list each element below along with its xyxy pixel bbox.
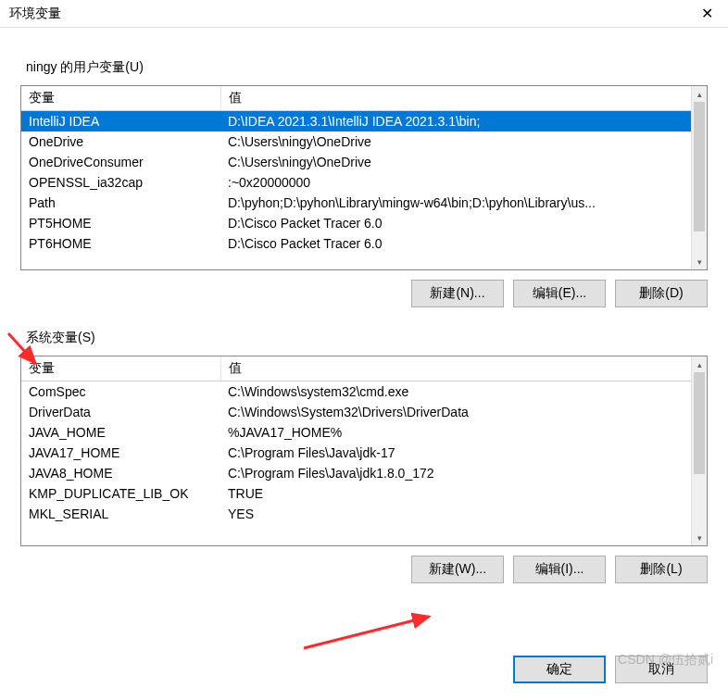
var-value-cell: TRUE — [220, 483, 707, 504]
col-header-variable[interactable]: 变量 — [21, 86, 220, 111]
user-delete-button[interactable]: 删除(D) — [615, 280, 708, 307]
system-variables-list[interactable]: 变量 值 ComSpecC:\Windows\system32\cmd.exeD… — [20, 356, 708, 546]
title-bar: 环境变量 ✕ — [0, 0, 728, 28]
var-name-cell: PT5HOME — [21, 213, 220, 233]
col-header-value[interactable]: 值 — [220, 86, 707, 111]
table-row[interactable]: JAVA_HOME%JAVA17_HOME% — [21, 422, 707, 443]
var-name-cell: OPENSSL_ia32cap — [21, 172, 220, 193]
var-value-cell: C:\Program Files\Java\jdk1.8.0_172 — [220, 463, 707, 483]
table-row[interactable]: OPENSSL_ia32cap:~0x20000000 — [21, 172, 707, 193]
user-new-button[interactable]: 新建(N)... — [411, 280, 504, 307]
var-value-cell: YES — [220, 504, 707, 524]
system-delete-button[interactable]: 删除(L) — [615, 556, 708, 583]
table-row[interactable]: OneDriveConsumerC:\Users\ningy\OneDrive — [21, 152, 707, 172]
window-title: 环境变量 — [9, 6, 61, 22]
table-row[interactable]: KMP_DUPLICATE_LIB_OKTRUE — [21, 483, 707, 504]
system-scrollbar[interactable]: ▴ ▾ — [691, 356, 707, 545]
table-row[interactable]: IntelliJ IDEAD:\IDEA 2021.3.1\IntelliJ I… — [21, 111, 707, 132]
user-button-row: 新建(N)... 编辑(E)... 删除(D) — [20, 280, 708, 307]
var-name-cell: OneDrive — [21, 131, 220, 152]
cancel-button[interactable]: 取消 — [615, 656, 708, 683]
var-name-cell: JAVA_HOME — [21, 422, 220, 443]
user-scrollbar[interactable]: ▴ ▾ — [691, 86, 707, 269]
col-header-value[interactable]: 值 — [220, 356, 707, 381]
var-name-cell: IntelliJ IDEA — [21, 111, 220, 132]
user-edit-button[interactable]: 编辑(E)... — [513, 280, 606, 307]
table-row[interactable]: JAVA17_HOMEC:\Program Files\Java\jdk-17 — [21, 443, 707, 463]
table-row[interactable]: PT6HOMED:\Cisco Packet Tracer 6.0 — [21, 233, 707, 254]
scroll-down-icon[interactable]: ▾ — [692, 254, 707, 269]
scroll-thumb[interactable] — [694, 102, 705, 231]
user-section-label: ningy 的用户变量(U) — [26, 59, 708, 76]
var-value-cell: D:\Cisco Packet Tracer 6.0 — [220, 233, 707, 254]
system-section-label: 系统变量(S) — [26, 330, 708, 346]
var-value-cell: C:\Program Files\Java\jdk-17 — [220, 443, 707, 463]
var-value-cell: D:\IDEA 2021.3.1\IntelliJ IDEA 2021.3.1\… — [220, 111, 707, 132]
var-value-cell: C:\Windows\system32\cmd.exe — [220, 381, 707, 403]
table-row[interactable]: PT5HOMED:\Cisco Packet Tracer 6.0 — [21, 213, 707, 233]
var-value-cell: D:\Cisco Packet Tracer 6.0 — [220, 213, 707, 233]
scroll-down-icon[interactable]: ▾ — [692, 530, 707, 545]
dialog-body: ningy 的用户变量(U) 变量 值 IntelliJ IDEAD:\IDEA… — [0, 28, 728, 617]
var-name-cell: JAVA8_HOME — [21, 463, 220, 483]
var-value-cell: :~0x20000000 — [220, 172, 707, 193]
system-button-row: 新建(W)... 编辑(I)... 删除(L) — [20, 556, 708, 583]
var-name-cell: PT6HOME — [21, 233, 220, 254]
table-row[interactable]: ComSpecC:\Windows\system32\cmd.exe — [21, 381, 707, 403]
var-value-cell: D:\pyhon;D:\pyhon\Library\mingw-w64\bin;… — [220, 193, 707, 213]
var-value-cell: C:\Users\ningy\OneDrive — [220, 152, 707, 172]
var-name-cell: KMP_DUPLICATE_LIB_OK — [21, 483, 220, 504]
var-value-cell: %JAVA17_HOME% — [220, 422, 707, 443]
table-row[interactable]: PathD:\pyhon;D:\pyhon\Library\mingw-w64\… — [21, 193, 707, 213]
user-variables-section: ningy 的用户变量(U) 变量 值 IntelliJ IDEAD:\IDEA… — [20, 59, 708, 307]
scroll-up-icon[interactable]: ▴ — [692, 356, 707, 372]
col-header-variable[interactable]: 变量 — [21, 356, 220, 381]
var-value-cell: C:\Users\ningy\OneDrive — [220, 131, 707, 152]
table-row[interactable]: OneDriveC:\Users\ningy\OneDrive — [21, 131, 707, 152]
system-new-button[interactable]: 新建(W)... — [411, 556, 504, 583]
scroll-thumb[interactable] — [694, 372, 705, 474]
scroll-up-icon[interactable]: ▴ — [692, 86, 707, 102]
table-row[interactable]: MKL_SERIALYES — [21, 504, 707, 524]
var-name-cell: Path — [21, 193, 220, 213]
system-variables-table: 变量 值 ComSpecC:\Windows\system32\cmd.exeD… — [21, 356, 707, 524]
var-name-cell: MKL_SERIAL — [21, 504, 220, 524]
svg-line-1 — [304, 617, 429, 648]
system-edit-button[interactable]: 编辑(I)... — [513, 556, 606, 583]
close-icon[interactable]: ✕ — [694, 5, 721, 22]
var-name-cell: OneDriveConsumer — [21, 152, 220, 172]
user-variables-list[interactable]: 变量 值 IntelliJ IDEAD:\IDEA 2021.3.1\Intel… — [20, 85, 708, 270]
table-row[interactable]: DriverDataC:\Windows\System32\Drivers\Dr… — [21, 402, 707, 422]
dialog-footer: 确定 取消 — [513, 656, 708, 683]
var-name-cell: JAVA17_HOME — [21, 443, 220, 463]
var-name-cell: ComSpec — [21, 381, 220, 403]
var-value-cell: C:\Windows\System32\Drivers\DriverData — [220, 402, 707, 422]
system-variables-section: 系统变量(S) 变量 值 ComSpecC:\Windows\system32\… — [20, 330, 708, 583]
user-variables-table: 变量 值 IntelliJ IDEAD:\IDEA 2021.3.1\Intel… — [21, 86, 707, 254]
table-row[interactable]: JAVA8_HOMEC:\Program Files\Java\jdk1.8.0… — [21, 463, 707, 483]
ok-button[interactable]: 确定 — [513, 656, 606, 683]
var-name-cell: DriverData — [21, 402, 220, 422]
